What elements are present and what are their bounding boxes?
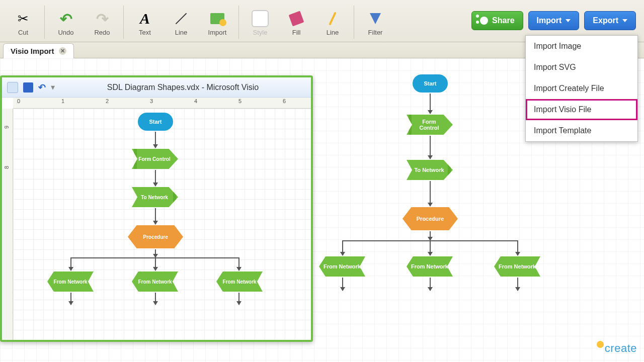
shape-procedure-label: Procedure: [417, 216, 444, 222]
shape-to-network: To Network: [132, 187, 178, 207]
shape-procedure[interactable]: Procedure: [403, 207, 458, 230]
cut-label: Cut: [5, 29, 41, 36]
shape-to-network[interactable]: To Network: [407, 160, 453, 180]
redo-tool[interactable]: ↷ Redo: [84, 8, 120, 36]
export-button-label: Export: [593, 16, 618, 25]
import-button-label: Import: [537, 16, 562, 25]
chevron-down-icon: [622, 19, 627, 22]
ruler-tick: 6: [283, 98, 286, 104]
ruler-tick: 0: [17, 98, 20, 104]
connector[interactable]: [430, 240, 431, 255]
band-icon: [173, 187, 176, 207]
import-button[interactable]: Import: [528, 11, 580, 30]
connector[interactable]: [430, 278, 431, 291]
visio-titlebar: ↶ ▾ SDL Diagram Shapes.vdx - Microsoft V…: [2, 77, 311, 98]
vertical-ruler: 8 9: [2, 109, 13, 340]
line-label: Line: [163, 29, 199, 36]
text-icon: A: [136, 10, 154, 28]
creately-watermark: create: [597, 341, 637, 355]
menu-import-visio[interactable]: Import Visio File: [526, 99, 637, 120]
shape-from-network-label: From Network: [222, 279, 256, 285]
export-button[interactable]: Export: [584, 11, 636, 30]
connector: [70, 293, 71, 305]
connector[interactable]: [430, 231, 431, 240]
shape-form-control-label: Form Control: [138, 156, 170, 162]
import-tool[interactable]: Import: [199, 8, 235, 36]
undo-tool[interactable]: ↶ Undo: [48, 8, 84, 36]
undo-label: Undo: [48, 29, 84, 36]
shape-from-network[interactable]: From Network: [407, 256, 453, 277]
connector: [155, 170, 156, 186]
connector[interactable]: [430, 94, 431, 114]
shape-from-network: From Network: [216, 272, 263, 292]
text-tool[interactable]: A Text: [127, 8, 163, 36]
connector: [155, 293, 156, 305]
scissors-icon: ✂: [14, 10, 32, 28]
visio-title-text: SDL Diagram Shapes.vdx - Microsoft Visio: [60, 83, 306, 92]
connector[interactable]: [517, 240, 518, 255]
shape-from-network: From Network: [132, 272, 178, 292]
import-dropdown-menu: Import Image Import SVG Import Creately …: [525, 35, 638, 142]
toolbar-separator: [123, 6, 124, 39]
menu-import-svg[interactable]: Import SVG: [526, 57, 637, 78]
menu-import-image[interactable]: Import Image: [526, 36, 637, 57]
pencil-icon: [324, 10, 342, 28]
redo-icon: ↷: [93, 10, 111, 28]
connector[interactable]: [342, 240, 343, 255]
shape-from-network[interactable]: From Network: [494, 256, 540, 277]
connector[interactable]: [342, 278, 343, 291]
share-button[interactable]: Share: [471, 11, 523, 30]
visio-source-window: ↶ ▾ SDL Diagram Shapes.vdx - Microsoft V…: [0, 75, 313, 342]
ruler-tick: 2: [106, 98, 109, 104]
ruler-tick: 5: [238, 98, 242, 104]
menu-import-creately[interactable]: Import Creately File: [526, 78, 637, 99]
watermark-label: create: [605, 342, 637, 354]
shape-from-network-label: From Network: [53, 279, 87, 285]
fill-tool[interactable]: Fill: [278, 8, 314, 36]
connector[interactable]: [517, 278, 518, 291]
shape-form-control: Form Control: [132, 149, 178, 169]
ruler-tick: 4: [194, 98, 197, 104]
filter-tool[interactable]: Filter: [357, 8, 393, 36]
undo-icon: ↶: [57, 10, 75, 28]
connector: [155, 208, 156, 224]
horizontal-ruler: 0 1 2 3 4 5 6: [13, 98, 311, 109]
shape-start: Start: [138, 113, 173, 131]
line-style-tool[interactable]: Line: [314, 8, 351, 36]
ruler-tick: 1: [61, 98, 64, 104]
share-icon: [480, 17, 488, 25]
visio-canvas: Start Form Control To Network Procedure …: [13, 109, 311, 340]
line-tool[interactable]: Line: [163, 8, 199, 36]
fill-bucket-icon: [287, 10, 305, 28]
menu-import-template[interactable]: Import Template: [526, 120, 637, 141]
shape-form-control[interactable]: Form Control: [407, 115, 453, 135]
connector[interactable]: [430, 181, 431, 206]
connector: [155, 249, 156, 257]
undo-icon[interactable]: ↶: [38, 82, 46, 93]
shape-to-network-label: To Network: [414, 167, 444, 173]
shape-procedure-label: Procedure: [143, 234, 168, 240]
connector[interactable]: [430, 136, 431, 159]
style-tool[interactable]: Style: [242, 8, 278, 36]
shape-procedure: Procedure: [128, 225, 183, 248]
shape-from-network[interactable]: From Network: [319, 256, 365, 277]
filter-label: Filter: [357, 29, 393, 36]
cut-tool[interactable]: ✂ Cut: [5, 8, 41, 36]
tab-label: Visio Import: [11, 47, 54, 55]
ruler-tick: 9: [4, 126, 10, 129]
toolbar-separator: [44, 6, 45, 39]
style-label: Style: [242, 29, 278, 36]
toolbar-separator: [354, 6, 354, 39]
shape-start[interactable]: Start: [413, 74, 448, 93]
band-icon: [448, 160, 451, 180]
shape-to-network-label: To Network: [141, 195, 168, 200]
style-icon: [251, 10, 269, 28]
close-tab-icon[interactable]: ✕: [59, 47, 66, 55]
action-buttons: Share Import Export: [471, 11, 636, 30]
ruler-tick: 8: [4, 166, 10, 169]
band-icon: [134, 149, 137, 169]
connector: [155, 257, 156, 270]
tab-visio-import[interactable]: Visio Import ✕: [3, 43, 74, 58]
line2-label: Line: [314, 29, 351, 36]
save-icon[interactable]: [23, 82, 33, 93]
